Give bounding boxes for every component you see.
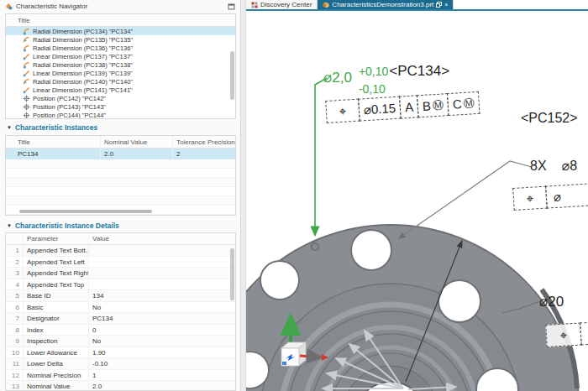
tree-item-pc141[interactable]: Linear Dimension (PC141) "PC141" (6, 86, 235, 94)
view-tabbar: Discovery Center CharacteristicsDemonstr… (246, 0, 588, 11)
details-section-header[interactable]: ▼ Characteristic Instance Details (7, 222, 119, 230)
col-nominal-value: Nominal Value (100, 136, 172, 148)
empty-row (6, 159, 235, 169)
datum-a: A (399, 95, 419, 118)
tree-item-pc138[interactable]: Radial Dimension (PC138) "PC138" (6, 60, 235, 69)
material-modifier-icon: Ⓜ (432, 97, 444, 113)
graphics-viewport[interactable]: ⌀2,0 +0,10 -0,10 <PC134> ⌖ ⌀0.15 A BⓂ CⓂ… (246, 13, 588, 391)
characteristic-navigator-panel: Characteristic Navigator Title Radial Di… (0, 0, 241, 391)
application-window: Characteristic Navigator Title Radial Di… (0, 0, 588, 391)
detail-row[interactable]: 2Appended Text Left (6, 257, 235, 268)
tree-item-pc136[interactable]: Radial Dimension (PC136) "PC136" (6, 44, 235, 52)
collapse-triangle-icon: ▼ (7, 223, 12, 228)
tolerance-zone (580, 321, 588, 345)
instance-row-pc134[interactable]: PC134 2.0 2 (6, 149, 235, 159)
position-icon (23, 112, 30, 119)
detail-row[interactable]: 9InspectionNo (6, 336, 235, 347)
tolerance-stack: +0,10 -0,10 (359, 63, 388, 98)
detail-row[interactable]: 1Appended Text Bott... (6, 245, 235, 257)
detail-row[interactable]: 11Lower Delta-0.10 (6, 358, 235, 370)
part-file-icon (323, 2, 329, 8)
tree-item-pc135[interactable]: Radial Dimension (PC135) "PC135" (6, 35, 235, 44)
pmi-dimension-pc134[interactable]: ⌀2,0 +0,10 -0,10 <PC134> (323, 63, 449, 98)
hole-diameter: ⌀8 (562, 159, 578, 173)
material-modifier-icon: Ⓜ (463, 96, 475, 112)
position-icon (23, 103, 30, 111)
tree-item-pc134[interactable]: Radial Dimension (PC134) "PC134" (6, 27, 235, 35)
panel-titlebar: Characteristic Navigator (0, 0, 240, 13)
empty-row (6, 196, 235, 206)
detail-row[interactable]: 8Index0 (6, 325, 235, 336)
collapse-triangle-icon: ▼ (7, 125, 12, 130)
details-header-row: Parameter Value (6, 233, 235, 245)
float-panel-icon[interactable] (228, 3, 235, 10)
main-view: Discovery Center CharacteristicsDemonstr… (246, 0, 588, 391)
characteristic-instance-details-table: Parameter Value 1Appended Text Bott... 2… (5, 232, 236, 391)
col-value: Value (88, 233, 235, 244)
empty-row (6, 169, 235, 178)
col-parameter: Parameter (23, 233, 88, 244)
detail-row[interactable]: 13Nominal Value2.0 (6, 381, 235, 391)
radial-dimension-icon (23, 78, 30, 86)
pc134-tag: <PC134> (389, 63, 449, 80)
detail-row[interactable]: 10Lower Allowance1.90 (6, 347, 235, 359)
col-title: Title (6, 136, 100, 148)
panel-title: Characteristic Navigator (16, 3, 87, 10)
hole-count: 8X (530, 159, 547, 173)
diameter-value: ⌀2,0 (323, 69, 352, 86)
details-scrollbar[interactable] (230, 248, 234, 300)
position-symbol: ⌖ (545, 322, 582, 347)
col-tolerance-precision: Tolerance Precision (172, 136, 235, 148)
tree-scrollbar[interactable] (230, 51, 234, 100)
tolerance-zone: ⌀0.15 (358, 96, 402, 122)
detail-row[interactable]: 4Appended Text Top (6, 279, 235, 291)
radial-dimension-icon (23, 61, 30, 69)
tolerance-zone: ⌀ (545, 183, 588, 209)
detail-row[interactable]: 3Appended Text Right (6, 268, 235, 279)
tree-rows: Radial Dimension (PC134) "PC134" Radial … (6, 27, 235, 119)
tree-item-pc139[interactable]: Linear Dimension (PC139) "PC139" (6, 69, 235, 77)
linear-dimension-icon (23, 86, 30, 94)
instances-header-row: Title Nominal Value Tolerance Precision (6, 136, 235, 149)
feature-control-frame-holes[interactable]: ⌖ ⌀ (512, 183, 588, 211)
detail-row[interactable]: 5Base ID134 (6, 290, 235, 302)
tree-item-pc140[interactable]: Radial Dimension (PC140) "PC140" (6, 77, 235, 86)
datum-b: BⓂ (417, 93, 449, 117)
tree-item-pc143[interactable]: Position (PC143) "PC143" (6, 102, 235, 111)
position-symbol: ⌖ (325, 99, 360, 123)
close-tab-icon[interactable]: × (444, 2, 448, 8)
radial-dimension-icon (23, 28, 30, 35)
linear-dimension-icon (23, 70, 30, 77)
feature-control-frame-dia20[interactable]: ⌖ (545, 321, 588, 347)
detail-row[interactable]: 12Nominal Precision1 (6, 370, 235, 382)
upper-tolerance: +0,10 (359, 63, 388, 81)
empty-row (6, 178, 235, 187)
discovery-center-icon (251, 2, 258, 8)
datum-c: CⓂ (447, 91, 480, 116)
radial-dimension-icon (23, 36, 30, 44)
empty-row (6, 187, 235, 196)
tree-item-pc142[interactable]: Position (PC142) "PC142" (6, 94, 235, 102)
tree-item-pc144[interactable]: Position (PC144) "PC144" (6, 111, 235, 119)
position-symbol: ⌖ (512, 186, 548, 211)
pmi-dimension-dia20[interactable]: ⌀20 (539, 293, 564, 310)
pmi-hole-pattern-dimension[interactable]: 8X⌀8 (530, 158, 577, 174)
characteristic-instances-table: Title Nominal Value Tolerance Precision … (5, 135, 236, 216)
tab-discovery-center[interactable]: Discovery Center (246, 0, 318, 9)
detail-row[interactable]: 7DesignatorPC134 (6, 313, 235, 325)
lower-tolerance: -0,10 (359, 81, 388, 98)
instances-hscrollbar[interactable] (19, 210, 152, 213)
instances-section-header[interactable]: ▼ Characteristic Instances (7, 123, 97, 132)
pc152-tag: <PC152> (521, 111, 578, 126)
float-tab-icon[interactable] (436, 2, 442, 8)
characteristic-navigator-icon (5, 3, 13, 10)
radial-dimension-icon (23, 44, 30, 52)
linear-dimension-icon (23, 53, 30, 60)
characteristic-tree: Title Radial Dimension (PC134) "PC134" R… (5, 13, 236, 119)
detail-row[interactable]: 6BasicNo (6, 302, 235, 314)
tree-item-pc137[interactable]: Linear Dimension (PC137) "PC137" (6, 52, 235, 60)
tab-part-file[interactable]: CharacteristicsDemonstration3.prt × (318, 0, 454, 9)
position-icon (23, 95, 30, 102)
tree-column-header: Title (6, 14, 235, 27)
